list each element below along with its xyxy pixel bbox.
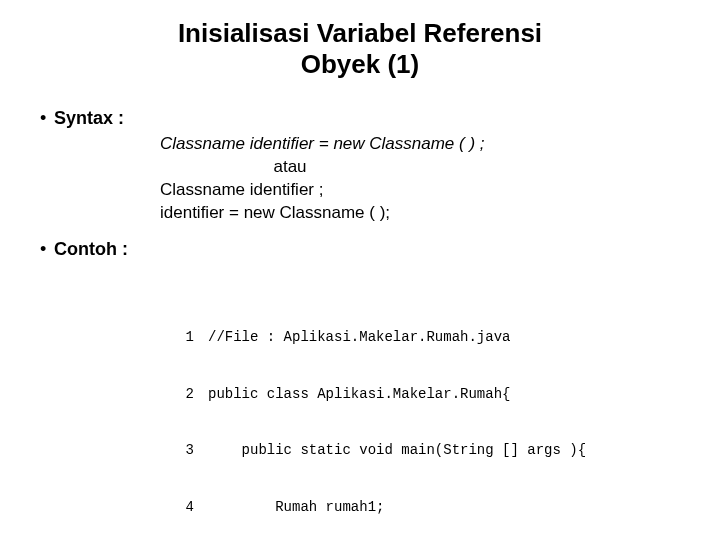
code-block: 1//File : Aplikasi.Makelar.Rumah.java 2p… <box>180 290 680 540</box>
code-line: 2public class Aplikasi.Makelar.Rumah{ <box>180 385 680 404</box>
syntax-line-4: identifier = new Classname ( ); <box>160 202 680 225</box>
bullet-dot-icon: • <box>40 240 54 258</box>
code-text: public class Aplikasi.Makelar.Rumah{ <box>208 385 680 404</box>
code-text: public static void main(String [] args )… <box>208 441 680 460</box>
title-line-2: Obyek (1) <box>40 49 680 80</box>
title-line-1: Inisialisasi Variabel Referensi <box>40 18 680 49</box>
syntax-line-3: Classname identifier ; <box>160 179 680 202</box>
line-number: 1 <box>180 328 208 347</box>
bullet-contoh: • Contoh : <box>40 239 680 260</box>
line-number: 3 <box>180 441 208 460</box>
code-text: Rumah rumah1; <box>208 498 680 517</box>
code-text: //File : Aplikasi.Makelar.Rumah.java <box>208 328 680 347</box>
syntax-line-1: Classname identifier = new Classname ( )… <box>160 133 680 156</box>
slide-title: Inisialisasi Variabel Referensi Obyek (1… <box>40 18 680 80</box>
syntax-label: Syntax : <box>54 108 124 129</box>
code-line: 3 public static void main(String [] args… <box>180 441 680 460</box>
code-line: 4 Rumah rumah1; <box>180 498 680 517</box>
syntax-atau: atau <box>160 156 420 179</box>
bullet-dot-icon: • <box>40 109 54 127</box>
syntax-block: Classname identifier = new Classname ( )… <box>160 133 680 225</box>
line-number: 4 <box>180 498 208 517</box>
contoh-label: Contoh : <box>54 239 128 260</box>
bullet-syntax: • Syntax : <box>40 108 680 129</box>
line-number: 2 <box>180 385 208 404</box>
code-line: 1//File : Aplikasi.Makelar.Rumah.java <box>180 328 680 347</box>
